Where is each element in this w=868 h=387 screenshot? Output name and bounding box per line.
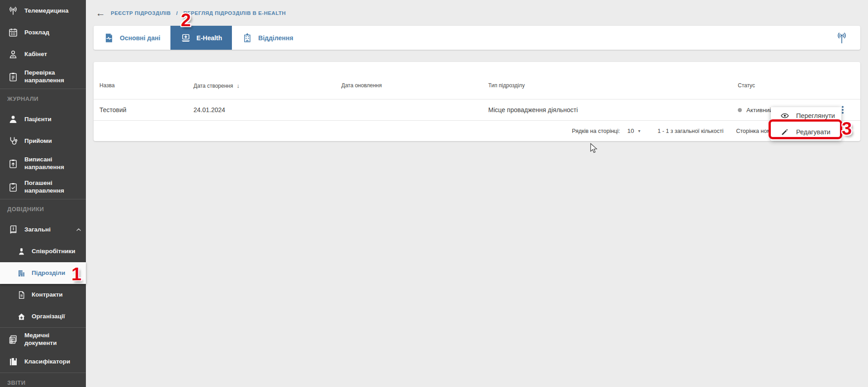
status-dot: [738, 108, 742, 112]
building-icon: [16, 269, 26, 278]
clipboard-check-icon: [7, 182, 19, 193]
organization-icon: [16, 312, 26, 321]
page-number-label: Сторінка ном: [736, 128, 771, 134]
sidebar-item-label: Організації: [32, 313, 65, 321]
breadcrumb: ← РЕЄСТР ПІДРОЗДІЛІВ / ПЕРЕГЛЯД ПІДРОЗДІ…: [86, 0, 868, 26]
sidebar-section-journals: ЖУРНАЛИ: [0, 89, 86, 109]
classifiers-icon: [7, 356, 19, 367]
annotation-step-1: 1: [71, 265, 81, 283]
tab-label: Основні дані: [120, 34, 160, 42]
sidebar-section-directories: ДОВІДНИКИ: [0, 199, 86, 219]
breadcrumb-registry-link[interactable]: РЕЄСТР ПІДРОЗДІЛІВ: [111, 10, 171, 16]
contract-icon: [16, 290, 26, 300]
sidebar-item-general[interactable]: Загальні: [0, 219, 86, 241]
table-row[interactable]: Тестовий 24.01.2024 Місце провадження ді…: [94, 99, 860, 120]
status-label: Активний: [746, 107, 773, 113]
sidebar-item-redeemed-referrals[interactable]: Погашені направлення: [0, 175, 86, 199]
kebab-menu-icon[interactable]: [839, 105, 860, 114]
calendar-icon: [7, 27, 19, 38]
annotation-highlight-box: [769, 119, 842, 139]
document-pulse-icon: [104, 33, 114, 43]
sidebar-item-classifiers[interactable]: Класифікатори: [0, 351, 86, 373]
cell-created: 24.01.2024: [193, 106, 341, 113]
doctor-icon: [7, 49, 19, 60]
tab-departments[interactable]: Відділення: [232, 26, 303, 50]
tab-ehealth[interactable]: E-Health: [170, 26, 232, 50]
sidebar-item-referral-check[interactable]: Перевірка направлення: [0, 65, 86, 89]
clipboard-out-icon: [7, 158, 19, 169]
sidebar-item-label: Класифікатори: [24, 358, 70, 366]
tab-label: E-Health: [197, 34, 222, 42]
sidebar-item-label: Перевірка направлення: [24, 69, 74, 85]
antenna-icon: [7, 5, 19, 16]
sidebar-item-appointments[interactable]: Прийоми: [0, 130, 86, 152]
sidebar-item-label: Медичні документи: [24, 332, 74, 347]
sidebar-item-label: Телемедицина: [24, 7, 68, 15]
sidebar-item-label: Пацієнти: [24, 116, 52, 123]
column-header-updated[interactable]: Дата оновлення: [341, 82, 488, 89]
breadcrumb-current-page: ПЕРЕГЛЯД ПІДРОЗДІЛІВ В E-HEALTH: [183, 10, 286, 16]
tab-main-data[interactable]: Основні дані: [94, 26, 170, 50]
column-header-name[interactable]: Назва: [99, 82, 193, 89]
medical-docs-icon: [7, 334, 19, 345]
clipboard-list-icon: [7, 71, 19, 82]
cell-name: Тестовий: [99, 106, 193, 113]
sidebar-section-reports: ЗВІТИ: [0, 373, 86, 387]
hospital-icon: [242, 33, 253, 43]
cell-unit-type: Місце провадження діяльності: [488, 106, 738, 113]
stethoscope-icon: [7, 136, 19, 146]
column-header-status[interactable]: Статус: [738, 82, 819, 89]
sidebar-item-cabinet[interactable]: Кабінет: [0, 43, 86, 65]
column-header-created[interactable]: Дата створення↓: [193, 82, 341, 89]
sidebar-item-label: Співробітники: [32, 248, 75, 255]
sidebar-item-employees[interactable]: Співробітники: [0, 241, 86, 262]
pagination-range-label: 1 - 1 з загальної кількості: [658, 128, 724, 134]
context-menu-item-label: Переглянути: [796, 112, 835, 119]
pagination-bar: Рядків на сторінці: 10 ▾ 1 - 1 з загальн…: [94, 120, 860, 141]
sidebar-item-schedule[interactable]: Розклад: [0, 22, 86, 43]
employee-icon: [16, 247, 26, 256]
laptop-cross-icon: [180, 33, 191, 43]
sidebar-item-label: Виписані направлення: [24, 156, 74, 171]
sidebar-item-telemedicine[interactable]: Телемедицина: [0, 0, 86, 22]
sidebar-item-issued-referrals[interactable]: Виписані направлення: [0, 152, 86, 175]
sidebar-item-contracts[interactable]: Контракти: [0, 284, 86, 306]
annotation-step-3: 3: [842, 119, 852, 137]
eye-icon: [780, 111, 789, 120]
chevron-up-icon[interactable]: [75, 226, 82, 233]
back-arrow-icon[interactable]: ←: [96, 8, 105, 18]
rows-per-page-label: Рядків на сторінці:: [572, 128, 620, 134]
sidebar-item-label: Погашені направлення: [24, 179, 74, 195]
sidebar-item-label: Розклад: [24, 29, 49, 37]
sidebar-item-organizations[interactable]: Організації: [0, 306, 86, 327]
mouse-cursor-icon: [590, 143, 598, 156]
sidebar: Телемедицина Розклад Кабінет: [0, 0, 86, 387]
sidebar-item-label: Прийоми: [24, 137, 52, 145]
sidebar-item-medical-documents[interactable]: Медичні документи: [0, 327, 86, 351]
patient-icon: [7, 114, 19, 125]
units-table-card: Назва Дата створення↓ Дата оновлення Тип…: [94, 62, 860, 141]
main-content: ← РЕЄСТР ПІДРОЗДІЛІВ / ПЕРЕГЛЯД ПІДРОЗДІ…: [86, 0, 868, 387]
annotation-step-2: 2: [181, 11, 191, 29]
sidebar-item-patients[interactable]: Пацієнти: [0, 109, 86, 130]
rows-per-page-select[interactable]: 10 ▾: [627, 127, 641, 134]
sidebar-item-label: Кабінет: [24, 51, 47, 58]
sort-desc-arrow-icon[interactable]: ↓: [236, 82, 240, 89]
table-header-row: Назва Дата створення↓ Дата оновлення Тип…: [94, 62, 860, 99]
tabs-card: Основні дані E-Health: [94, 26, 860, 50]
caret-down-icon: ▾: [638, 128, 641, 133]
sidebar-item-label: Підрозділи: [32, 269, 65, 277]
tab-label: Відділення: [258, 34, 293, 42]
rows-per-page-value: 10: [627, 127, 634, 134]
broadcast-antenna-icon[interactable]: [835, 26, 860, 50]
sidebar-item-label: Загальні: [24, 226, 51, 234]
sidebar-item-label: Контракти: [32, 291, 63, 299]
book-info-icon: [7, 224, 19, 235]
breadcrumb-separator: /: [176, 10, 178, 16]
column-header-unit-type[interactable]: Тип підрозділу: [488, 82, 738, 89]
